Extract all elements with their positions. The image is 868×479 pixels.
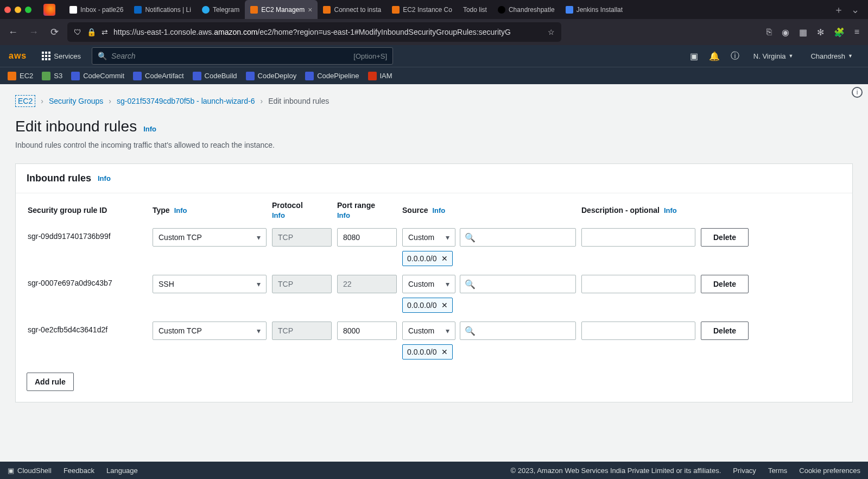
remove-tag-icon[interactable]: ✕ [441,348,448,356]
new-tab-icon[interactable]: ＋ [834,3,844,16]
remove-tag-icon[interactable]: ✕ [441,254,448,263]
tab-linkedin[interactable]: Notifications | Li [129,0,197,19]
footer-privacy[interactable]: Privacy [733,467,756,475]
tab-dropdown-icon[interactable]: ⌄ [851,4,859,16]
account-menu[interactable]: Chandresh▼ [807,52,856,60]
tab-inbox[interactable]: Inbox - patle26 [64,0,129,19]
svc-codeartifact[interactable]: CodeArtifact [133,72,184,80]
svc-codecommit[interactable]: CodeCommit [71,72,124,80]
aws-logo[interactable]: aws [5,51,36,61]
footer-cookies[interactable]: Cookie preferences [799,467,860,475]
info-link[interactable]: Info [664,206,677,215]
tab-ec2-active[interactable]: EC2 Managem× [245,0,318,19]
svc-codebuild[interactable]: CodeBuild [193,72,237,80]
svc-codedeploy[interactable]: CodeDeploy [246,72,297,80]
remove-tag-icon[interactable]: ✕ [441,301,448,310]
cloudshell-icon[interactable]: ▣ [690,51,698,61]
rule-id: sgr-0e2cfb5d4c3641d2f [28,322,147,334]
add-rule-button[interactable]: Add rule [27,373,74,391]
gear-icon[interactable]: ✻ [817,27,824,37]
permissions-icon[interactable]: ⇄ [102,28,108,36]
footer-feedback[interactable]: Feedback [64,467,94,475]
type-select[interactable]: Custom TCP▾ [153,228,267,247]
delete-rule-button[interactable]: Delete [701,322,749,340]
footer-language[interactable]: Language [106,467,138,475]
account-icon[interactable]: ◉ [782,27,789,37]
svc-label: S3 [54,72,62,80]
tab-todo[interactable]: Todo list [458,0,492,19]
breadcrumb-sg[interactable]: sg-021f53749cdb70f5b - launch-wizard-6 [117,97,255,105]
pocket-icon[interactable]: ⎘ [766,27,772,37]
cidr-tag: 0.0.0.0/0✕ [402,251,453,266]
back-button[interactable]: ← [5,27,21,38]
svc-iam[interactable]: IAM [368,72,392,80]
rules-header-row: Security group rule ID TypeInfo Protocol… [16,193,852,224]
tab-telegram[interactable]: Telegram [197,0,245,19]
extensions-icon[interactable]: 🧩 [834,27,845,37]
breadcrumb-security-groups[interactable]: Security Groups [49,97,103,105]
user-label: Chandresh [810,52,845,60]
source-search-input[interactable]: 🔍 [460,275,576,293]
search-icon: 🔍 [465,326,476,336]
chevron-right-icon: › [109,97,111,105]
delete-rule-button[interactable]: Delete [701,275,749,293]
description-input[interactable] [581,322,695,340]
panel-info-icon[interactable]: i [852,87,863,98]
type-select[interactable]: Custom TCP▾ [153,322,267,340]
notifications-icon[interactable]: 🔔 [709,51,720,61]
reload-button[interactable]: ⟳ [47,26,62,38]
port-input[interactable]: 8000 [337,322,397,340]
rule-row: sgr-0e2cfb5d4c3641d2f Custom TCP▾ TCP 80… [16,317,852,364]
lock-icon[interactable]: 🔒 [87,28,96,36]
bookmark-star-icon[interactable]: ☆ [548,28,555,36]
source-search-input[interactable]: 🔍 [460,228,576,247]
svc-label: IAM [380,72,392,80]
shield-icon[interactable]: 🛡 [74,28,81,36]
grid-icon[interactable]: ▦ [799,27,807,37]
maximize-window-dot[interactable] [25,7,31,13]
description-input[interactable] [581,228,695,247]
svc-codepipeline[interactable]: CodePipeline [305,72,359,80]
info-link[interactable]: Info [143,125,156,133]
tab-instance-connect[interactable]: EC2 Instance Co [387,0,458,19]
tab-connect[interactable]: Connect to insta [318,0,387,19]
info-link[interactable]: Info [98,174,111,182]
info-link[interactable]: Info [432,206,445,215]
port-input[interactable]: 8080 [337,228,397,247]
s3-icon [42,72,50,80]
help-icon[interactable]: ⓘ [731,51,739,62]
info-link[interactable]: Info [174,206,187,215]
info-link[interactable]: Info [272,211,285,219]
aws-icon [250,6,258,14]
close-tab-icon[interactable]: × [308,5,312,14]
firefox-logo [43,4,55,16]
minimize-window-dot[interactable] [15,7,21,13]
info-link[interactable]: Info [337,211,350,219]
breadcrumb: EC2 › Security Groups › sg-021f53749cdb7… [15,95,853,107]
menu-icon[interactable]: ≡ [854,27,859,37]
source-mode-select[interactable]: Custom▾ [402,228,455,247]
description-input[interactable] [581,275,695,293]
aws-search[interactable]: 🔍 Search [Option+S] [92,47,393,65]
delete-rule-button[interactable]: Delete [701,228,749,247]
services-button[interactable]: Services [36,52,86,60]
region-selector[interactable]: N. Virginia▼ [750,52,797,60]
source-mode-select[interactable]: Custom▾ [402,275,455,293]
svc-ec2[interactable]: EC2 [8,72,33,80]
source-mode-value: Custom [408,326,434,335]
tab-github[interactable]: Chandreshpatle [492,0,560,19]
svc-s3[interactable]: S3 [42,72,62,80]
close-window-dot[interactable] [4,7,11,13]
codebuild-icon [193,72,201,80]
source-mode-select[interactable]: Custom▾ [402,322,455,340]
tab-jenkins-doc[interactable]: Jenkins Installat [560,0,628,19]
footer-terms[interactable]: Terms [768,467,787,475]
page-title: Edit inbound rules [15,118,137,135]
chevron-right-icon: › [41,97,43,105]
breadcrumb-ec2[interactable]: EC2 [15,95,35,107]
type-select[interactable]: SSH▾ [153,275,267,293]
caret-icon: ▾ [446,326,449,335]
footer-cloudshell[interactable]: ▣CloudShell [8,467,52,475]
source-search-input[interactable]: 🔍 [460,322,576,340]
address-bar[interactable]: 🛡 🔒 ⇄ https://us-east-1.console.aws.amaz… [67,22,561,42]
